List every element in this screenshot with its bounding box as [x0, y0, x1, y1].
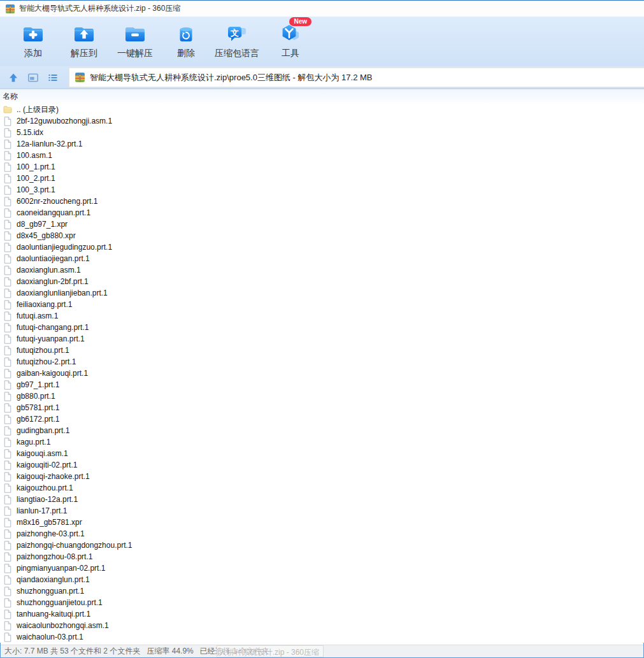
file-row[interactable]: paizhonghe-03.prt.1 — [0, 528, 644, 540]
file-row[interactable]: gudingban.prt.1 — [0, 425, 644, 436]
file-row[interactable]: futuqizhou.prt.1 — [0, 345, 644, 356]
file-icon — [3, 266, 12, 275]
file-icon — [3, 587, 12, 596]
file-name: daoluntianjiegudingzuo.prt.1 — [17, 243, 112, 252]
file-row[interactable]: m8x16_gb5781.xpr — [0, 517, 644, 528]
file-icon — [3, 633, 12, 642]
file-row[interactable]: futuqi-yuanpan.prt.1 — [0, 333, 644, 345]
parent-dir-label: .. (上级目录) — [17, 104, 59, 115]
file-row[interactable]: lianlun-17.prt.1 — [0, 505, 644, 517]
file-icon — [3, 426, 12, 436]
file-row[interactable]: shuzhongguanjietou.prt.1 — [0, 597, 644, 608]
delete-button[interactable]: 删除 — [161, 22, 211, 59]
file-row[interactable]: daoluntianjiegudingzuo.prt.1 — [0, 241, 644, 253]
file-icon — [3, 185, 12, 195]
file-name: d8x45_gb880.xpr — [17, 231, 76, 240]
window-title: 智能大棚导轨式无人耕种系统设计.zip - 360压缩 — [19, 3, 180, 14]
file-icon — [3, 380, 12, 390]
file-row[interactable]: daoluntiaojiegan.prt.1 — [0, 253, 644, 264]
status-ratio-info: 压缩率 44.9% — [147, 646, 193, 657]
file-row[interactable]: gb6172.prt.1 — [0, 413, 644, 425]
file-icon — [3, 403, 12, 413]
file-row[interactable]: 100_2.prt.1 — [0, 173, 644, 184]
file-row[interactable]: 2bf-12guwubozhongji.asm.1 — [0, 115, 644, 127]
file-icon — [3, 254, 12, 264]
file-row[interactable]: shuzhongguan.prt.1 — [0, 585, 644, 597]
one-click-extract-button[interactable]: 一键解压 — [110, 22, 161, 59]
file-row[interactable]: gb97_1.prt.1 — [0, 379, 644, 390]
file-icon — [3, 346, 12, 355]
file-name: 12a-lianlun-32.prt.1 — [17, 139, 82, 148]
file-row[interactable]: 5.15.idx — [0, 127, 644, 138]
file-name: daoluntiaojiegan.prt.1 — [17, 254, 90, 263]
file-row[interactable]: paizhongqi-chuangdongzhou.prt.1 — [0, 540, 644, 551]
file-row[interactable]: kaigouqiti-02.prt.1 — [0, 459, 644, 471]
file-icon — [3, 128, 12, 138]
add-button[interactable]: 添加 — [8, 22, 59, 59]
file-row[interactable]: 12a-lianlun-32.prt.1 — [0, 138, 644, 150]
file-name: shuzhongguan.prt.1 — [17, 587, 84, 596]
file-row[interactable]: kaigouqi.asm.1 — [0, 448, 644, 459]
file-row[interactable]: 100_1.prt.1 — [0, 161, 644, 173]
file-row[interactable]: caoneidangquan.prt.1 — [0, 207, 644, 218]
file-row[interactable]: 100.asm.1 — [0, 150, 644, 161]
file-row[interactable]: qiandaoxianglun.prt.1 — [0, 574, 644, 585]
file-row[interactable]: futuqi.asm.1 — [0, 310, 644, 322]
file-row[interactable]: 100_3.prt.1 — [0, 184, 644, 196]
file-icon — [3, 139, 12, 149]
file-row[interactable]: futuqi-changang.prt.1 — [0, 322, 644, 333]
file-row[interactable]: tanhuang-kaituqi.prt.1 — [0, 608, 644, 620]
file-list: .. (上级目录) 2bf-12guwubozhongji.asm.1 5.15… — [0, 104, 644, 643]
file-icon — [3, 117, 12, 126]
file-row[interactable]: kagu.prt.1 — [0, 436, 644, 448]
column-header-name[interactable]: 名称 — [3, 91, 18, 102]
navigation-bar: 智能大棚导轨式无人耕种系统设计.zip\proe5.0三维图纸 - 解包大小为 … — [0, 66, 644, 89]
tools-button[interactable]: New 工具 — [262, 22, 318, 59]
file-row[interactable]: feiliaoxiang.prt.1 — [0, 299, 644, 310]
file-row[interactable]: kaigouqi-zhaoke.prt.1 — [0, 471, 644, 482]
fading-title-tooltip: 智能大棚导轨式无人耕种系统设计.zip - 360压缩 — [217, 645, 324, 657]
file-row[interactable]: futuqizhou-2.prt.1 — [0, 356, 644, 368]
archive-language-icon — [225, 22, 249, 46]
file-name: 5.15.idx — [17, 128, 43, 137]
file-name: futuqi-yuanpan.prt.1 — [17, 334, 85, 343]
file-row[interactable]: daoxianglun-2bf.prt.1 — [0, 276, 644, 287]
file-name: gb5781.prt.1 — [17, 403, 59, 412]
parent-dir-row[interactable]: .. (上级目录) — [0, 104, 644, 115]
file-row[interactable]: paizhongzhou-08.prt.1 — [0, 551, 644, 562]
file-row[interactable]: d8_gb97_1.xpr — [0, 218, 644, 230]
file-name: 100_2.prt.1 — [17, 174, 55, 183]
file-name: kagu.prt.1 — [17, 438, 50, 447]
file-icon — [3, 289, 12, 298]
folder-icon — [3, 105, 12, 114]
file-row[interactable]: daoxianglun.asm.1 — [0, 264, 644, 276]
file-icon — [3, 495, 12, 504]
file-icon — [3, 151, 12, 161]
main-toolbar: 添加 解压到 一键解压 删除 压缩包语言 New 工具 — [0, 17, 644, 66]
file-row[interactable]: gb5781.prt.1 — [0, 402, 644, 413]
file-icon — [3, 529, 12, 539]
file-row[interactable]: gb880.prt.1 — [0, 390, 644, 402]
file-row[interactable]: pingmianyuanpan-02.prt.1 — [0, 562, 644, 574]
file-name: tanhuang-kaituqi.prt.1 — [17, 610, 90, 619]
archive-language-button[interactable]: 压缩包语言 — [211, 22, 262, 59]
file-row[interactable]: kaigouzhou.prt.1 — [0, 482, 644, 494]
file-row[interactable]: daoxianglunlianjieban.prt.1 — [0, 287, 644, 299]
list-view-icon[interactable] — [47, 72, 59, 83]
extract-to-icon — [72, 22, 96, 46]
file-name: kaigouqiti-02.prt.1 — [17, 461, 77, 469]
preview-pane-icon[interactable] — [27, 72, 39, 83]
file-row[interactable]: 6002nr-zhoucheng.prt.1 — [0, 196, 644, 207]
file-name: 6002nr-zhoucheng.prt.1 — [17, 197, 97, 206]
file-row[interactable]: waicaolunbozhongqi.asm.1 — [0, 620, 644, 631]
add-button-label: 添加 — [24, 48, 42, 59]
extract-to-button[interactable]: 解压到 — [59, 22, 110, 59]
file-row[interactable]: liangtiao-12a.prt.1 — [0, 494, 644, 505]
archive-zip-icon — [75, 72, 85, 83]
up-icon[interactable] — [8, 72, 19, 83]
address-bar[interactable]: 智能大棚导轨式无人耕种系统设计.zip\proe5.0三维图纸 - 解包大小为 … — [69, 68, 644, 87]
file-row[interactable]: waichaolun-03.prt.1 — [0, 631, 644, 643]
tools-button-label: 工具 — [282, 48, 299, 59]
file-row[interactable]: gaiban-kaigouqi.prt.1 — [0, 368, 644, 379]
file-row[interactable]: d8x45_gb880.xpr — [0, 230, 644, 241]
